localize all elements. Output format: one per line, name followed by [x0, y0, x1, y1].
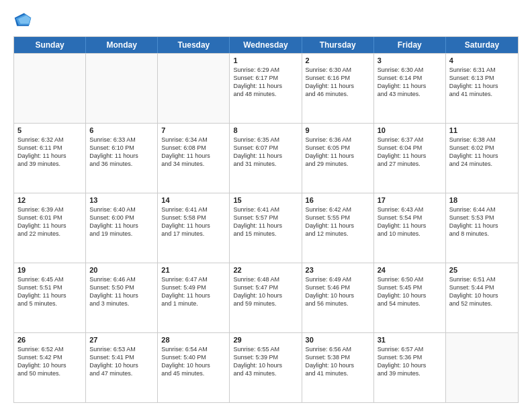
calendar-cell: 8Sunrise: 6:35 AM Sunset: 6:07 PM Daylig…: [230, 124, 302, 193]
calendar-cell: 10Sunrise: 6:37 AM Sunset: 6:04 PM Dayli…: [374, 124, 446, 193]
day-number: 3: [378, 56, 442, 64]
cell-info: Sunrise: 6:30 AM Sunset: 6:14 PM Dayligh…: [378, 66, 442, 99]
day-number: 28: [161, 336, 226, 344]
calendar-cell: 20Sunrise: 6:46 AM Sunset: 5:50 PM Dayli…: [86, 263, 158, 332]
calendar-cell: 24Sunrise: 6:50 AM Sunset: 5:45 PM Dayli…: [374, 263, 446, 332]
calendar-row: 26Sunrise: 6:52 AM Sunset: 5:42 PM Dayli…: [14, 332, 518, 402]
cell-info: Sunrise: 6:35 AM Sunset: 6:07 PM Dayligh…: [233, 136, 298, 169]
cell-info: Sunrise: 6:33 AM Sunset: 6:10 PM Dayligh…: [89, 136, 154, 169]
page: SundayMondayTuesdayWednesdayThursdayFrid…: [0, 0, 532, 411]
calendar-cell: 16Sunrise: 6:42 AM Sunset: 5:55 PM Dayli…: [302, 193, 374, 263]
calendar-cell: 30Sunrise: 6:56 AM Sunset: 5:38 PM Dayli…: [302, 333, 374, 402]
cell-info: Sunrise: 6:53 AM Sunset: 5:41 PM Dayligh…: [89, 345, 154, 378]
day-number: 23: [306, 266, 370, 274]
header: [13, 11, 519, 30]
calendar: SundayMondayTuesdayWednesdayThursdayFrid…: [13, 36, 519, 403]
calendar-cell: 7Sunrise: 6:34 AM Sunset: 6:08 PM Daylig…: [158, 124, 230, 193]
calendar-cell: 25Sunrise: 6:51 AM Sunset: 5:44 PM Dayli…: [446, 263, 518, 332]
calendar-cell: 18Sunrise: 6:44 AM Sunset: 5:53 PM Dayli…: [446, 193, 518, 263]
calendar-cell: 23Sunrise: 6:49 AM Sunset: 5:46 PM Dayli…: [302, 263, 374, 332]
cell-info: Sunrise: 6:41 AM Sunset: 5:57 PM Dayligh…: [233, 205, 298, 238]
day-number: 31: [378, 336, 442, 344]
cell-info: Sunrise: 6:52 AM Sunset: 5:42 PM Dayligh…: [17, 345, 82, 378]
calendar-cell: [158, 54, 230, 123]
day-number: 27: [89, 336, 154, 344]
day-number: 17: [378, 196, 442, 204]
calendar-cell: 5Sunrise: 6:32 AM Sunset: 6:11 PM Daylig…: [14, 124, 86, 193]
weekday-header: Sunday: [14, 37, 86, 53]
calendar-cell: 1Sunrise: 6:29 AM Sunset: 6:17 PM Daylig…: [230, 54, 302, 123]
calendar-cell: 15Sunrise: 6:41 AM Sunset: 5:57 PM Dayli…: [230, 193, 302, 263]
calendar-row: 1Sunrise: 6:29 AM Sunset: 6:17 PM Daylig…: [14, 53, 518, 123]
cell-info: Sunrise: 6:45 AM Sunset: 5:51 PM Dayligh…: [17, 275, 82, 308]
cell-info: Sunrise: 6:31 AM Sunset: 6:13 PM Dayligh…: [449, 66, 515, 99]
cell-info: Sunrise: 6:38 AM Sunset: 6:02 PM Dayligh…: [449, 136, 515, 169]
cell-info: Sunrise: 6:56 AM Sunset: 5:38 PM Dayligh…: [306, 345, 370, 378]
calendar-cell: 3Sunrise: 6:30 AM Sunset: 6:14 PM Daylig…: [374, 54, 446, 123]
weekday-header: Friday: [374, 37, 446, 53]
day-number: 29: [233, 336, 298, 344]
calendar-cell: 22Sunrise: 6:48 AM Sunset: 5:47 PM Dayli…: [230, 263, 302, 332]
cell-info: Sunrise: 6:40 AM Sunset: 6:00 PM Dayligh…: [89, 205, 154, 238]
weekday-header: Tuesday: [158, 37, 230, 53]
day-number: 30: [306, 336, 370, 344]
cell-info: Sunrise: 6:55 AM Sunset: 5:39 PM Dayligh…: [233, 345, 298, 378]
cell-info: Sunrise: 6:51 AM Sunset: 5:44 PM Dayligh…: [449, 275, 515, 308]
calendar-row: 5Sunrise: 6:32 AM Sunset: 6:11 PM Daylig…: [14, 123, 518, 193]
cell-info: Sunrise: 6:41 AM Sunset: 5:58 PM Dayligh…: [161, 205, 226, 238]
cell-info: Sunrise: 6:57 AM Sunset: 5:36 PM Dayligh…: [378, 345, 442, 378]
logo-icon: [13, 11, 32, 30]
weekday-header: Wednesday: [230, 37, 302, 53]
calendar-cell: 9Sunrise: 6:36 AM Sunset: 6:05 PM Daylig…: [302, 124, 374, 193]
day-number: 8: [233, 126, 298, 134]
cell-info: Sunrise: 6:36 AM Sunset: 6:05 PM Dayligh…: [306, 136, 370, 169]
day-number: 25: [449, 266, 515, 274]
calendar-cell: 29Sunrise: 6:55 AM Sunset: 5:39 PM Dayli…: [230, 333, 302, 402]
cell-info: Sunrise: 6:54 AM Sunset: 5:40 PM Dayligh…: [161, 345, 226, 378]
cell-info: Sunrise: 6:44 AM Sunset: 5:53 PM Dayligh…: [449, 205, 515, 238]
calendar-cell: 19Sunrise: 6:45 AM Sunset: 5:51 PM Dayli…: [14, 263, 86, 332]
cell-info: Sunrise: 6:49 AM Sunset: 5:46 PM Dayligh…: [306, 275, 370, 308]
cell-info: Sunrise: 6:32 AM Sunset: 6:11 PM Dayligh…: [17, 136, 82, 169]
day-number: 6: [89, 126, 154, 134]
calendar-cell: 6Sunrise: 6:33 AM Sunset: 6:10 PM Daylig…: [86, 124, 158, 193]
calendar-cell: 11Sunrise: 6:38 AM Sunset: 6:02 PM Dayli…: [446, 124, 518, 193]
calendar-cell: 28Sunrise: 6:54 AM Sunset: 5:40 PM Dayli…: [158, 333, 230, 402]
calendar-cell: 2Sunrise: 6:30 AM Sunset: 6:16 PM Daylig…: [302, 54, 374, 123]
cell-info: Sunrise: 6:43 AM Sunset: 5:54 PM Dayligh…: [378, 205, 442, 238]
day-number: 12: [17, 196, 82, 204]
day-number: 24: [378, 266, 442, 274]
cell-info: Sunrise: 6:39 AM Sunset: 6:01 PM Dayligh…: [17, 205, 82, 238]
calendar-cell: [86, 54, 158, 123]
calendar-cell: 14Sunrise: 6:41 AM Sunset: 5:58 PM Dayli…: [158, 193, 230, 263]
day-number: 21: [161, 266, 226, 274]
cell-info: Sunrise: 6:47 AM Sunset: 5:49 PM Dayligh…: [161, 275, 226, 308]
calendar-cell: 4Sunrise: 6:31 AM Sunset: 6:13 PM Daylig…: [446, 54, 518, 123]
cell-info: Sunrise: 6:46 AM Sunset: 5:50 PM Dayligh…: [89, 275, 154, 308]
weekday-header: Monday: [86, 37, 158, 53]
weekday-header: Thursday: [302, 37, 374, 53]
day-number: 16: [306, 196, 370, 204]
day-number: 4: [449, 56, 515, 64]
day-number: 1: [233, 56, 298, 64]
calendar-header: SundayMondayTuesdayWednesdayThursdayFrid…: [14, 37, 518, 53]
day-number: 26: [17, 336, 82, 344]
day-number: 22: [233, 266, 298, 274]
calendar-cell: 12Sunrise: 6:39 AM Sunset: 6:01 PM Dayli…: [14, 193, 86, 263]
calendar-row: 12Sunrise: 6:39 AM Sunset: 6:01 PM Dayli…: [14, 193, 518, 263]
day-number: 7: [161, 126, 226, 134]
calendar-cell: 21Sunrise: 6:47 AM Sunset: 5:49 PM Dayli…: [158, 263, 230, 332]
calendar-cell: [14, 54, 86, 123]
cell-info: Sunrise: 6:37 AM Sunset: 6:04 PM Dayligh…: [378, 136, 442, 169]
weekday-header: Saturday: [446, 37, 518, 53]
day-number: 15: [233, 196, 298, 204]
calendar-row: 19Sunrise: 6:45 AM Sunset: 5:51 PM Dayli…: [14, 263, 518, 332]
day-number: 18: [449, 196, 515, 204]
day-number: 10: [378, 126, 442, 134]
calendar-cell: 13Sunrise: 6:40 AM Sunset: 6:00 PM Dayli…: [86, 193, 158, 263]
calendar-cell: 26Sunrise: 6:52 AM Sunset: 5:42 PM Dayli…: [14, 333, 86, 402]
day-number: 13: [89, 196, 154, 204]
calendar-body: 1Sunrise: 6:29 AM Sunset: 6:17 PM Daylig…: [14, 53, 518, 402]
day-number: 9: [306, 126, 370, 134]
day-number: 20: [89, 266, 154, 274]
